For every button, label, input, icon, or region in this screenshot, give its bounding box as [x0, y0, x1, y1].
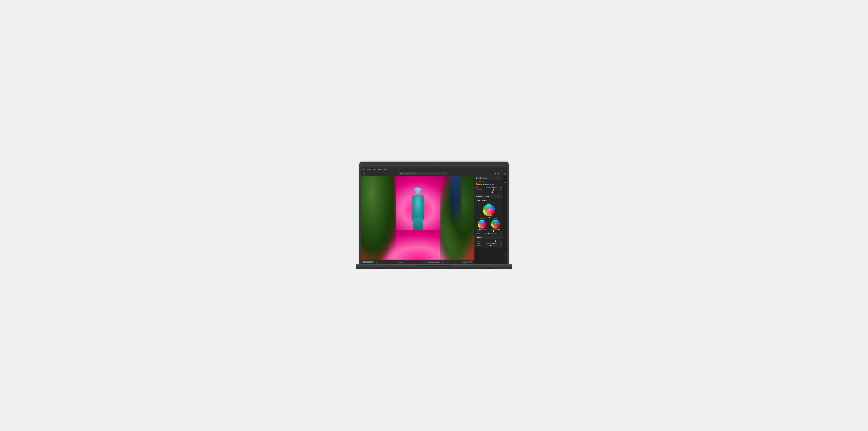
copy-edit-button[interactable]: Copy Edit Settings	[426, 261, 440, 263]
dehaze-slider-thumb[interactable]	[490, 245, 492, 246]
shadows-wheel[interactable]: 👁	[477, 220, 487, 229]
shadows-slider[interactable]	[477, 229, 487, 230]
hue-slider-track[interactable]	[486, 188, 497, 188]
blending-slider-track[interactable]	[484, 231, 497, 231]
star-4: ★	[402, 261, 403, 263]
adjust-label: Adjust	[476, 181, 479, 183]
square-view-button[interactable]	[371, 261, 374, 263]
crop-icon[interactable]: ✏	[504, 185, 506, 188]
menu-file[interactable]: File	[363, 168, 365, 170]
forward-button[interactable]: →	[371, 172, 374, 175]
highlights-slider-thumb[interactable]	[498, 229, 499, 230]
highlights-wheel[interactable]: 👁	[491, 220, 500, 229]
figure-subject	[409, 189, 427, 241]
color-dot-purple[interactable]	[490, 184, 491, 185]
midtones-wheel[interactable]: 👁	[483, 204, 495, 217]
clarity-slider-track[interactable]	[486, 243, 497, 243]
tag-icon[interactable]: ▷	[504, 257, 506, 260]
back-button[interactable]: ←	[367, 172, 370, 175]
texture-slider-track[interactable]	[486, 241, 497, 241]
zoom-dropdown[interactable]: 100% Fit Fill 50% 200%	[462, 261, 471, 263]
dehaze-slider-track[interactable]	[486, 245, 497, 246]
color-mixer-header[interactable]: ⬤ Color Mixer 👁 ⋯	[474, 176, 503, 180]
info-icon[interactable]: ⓘ	[504, 172, 505, 175]
settings-gear-icon[interactable]: ⚙	[441, 261, 443, 263]
fullscreen-icon[interactable]: ⛶	[471, 261, 473, 263]
sort-button[interactable]: ≡ ▼	[375, 261, 380, 263]
list-view-button[interactable]	[365, 261, 368, 263]
blending-row: Blending 74	[476, 230, 502, 232]
cg-link-icon[interactable]: ☍	[476, 199, 478, 201]
flag-icon[interactable]: ⚑	[421, 261, 423, 263]
effects-eye-icon[interactable]: 👁	[500, 236, 502, 238]
color-grading-eye-icon[interactable]: 👁	[498, 195, 499, 197]
luminance-slider-thumb[interactable]	[492, 191, 493, 193]
midtones-slider-thumb[interactable]	[489, 217, 490, 218]
balance-slider-thumb[interactable]	[488, 233, 489, 234]
color-mixer-title: Color Mixer	[478, 177, 497, 179]
saturation-slider-thumb[interactable]	[493, 189, 494, 191]
color-dot-aqua[interactable]	[485, 184, 487, 185]
chat-icon[interactable]: ☐	[504, 253, 506, 256]
label-icon[interactable]: ◈	[424, 261, 425, 263]
more-icon[interactable]: ⋯	[504, 198, 506, 201]
svg-rect-8	[370, 261, 370, 263]
svg-rect-7	[369, 261, 369, 263]
figure-glasses	[415, 191, 420, 192]
share-icon[interactable]: ⇧	[501, 172, 502, 175]
effects-header[interactable]: ▾ Effects 👁	[474, 235, 503, 239]
bottom-info-icon[interactable]: ⓘ	[504, 261, 506, 264]
cg-dot-mixed-ctrl[interactable]	[485, 200, 487, 201]
cg-dot-all[interactable]	[478, 200, 479, 201]
blending-slider-thumb[interactable]	[493, 230, 494, 232]
hue-slider-thumb[interactable]	[493, 187, 494, 188]
foot-right	[486, 268, 493, 269]
svg-text:👁: 👁	[492, 215, 493, 216]
menu-bar: File Edit Photo View Help	[361, 167, 507, 171]
compare-view-button[interactable]	[368, 261, 371, 263]
luminance-slider-track[interactable]	[486, 192, 497, 192]
search-icon: 🔍	[400, 173, 402, 174]
healing-icon[interactable]: ◆	[504, 190, 506, 192]
cg-dot-midtones-ctrl[interactable]	[482, 200, 483, 201]
color-grading-chevron-icon[interactable]: ⋯	[500, 195, 502, 197]
menu-help[interactable]: Help	[383, 168, 387, 170]
adjust-dropdown[interactable]: Color	[480, 181, 484, 183]
saturation-slider-track[interactable]	[486, 190, 497, 190]
svg-rect-2	[363, 262, 364, 263]
menu-photo[interactable]: Photo	[372, 168, 376, 170]
color-grading-header[interactable]: ⬤ Color Grading 👁 ⋯	[474, 195, 503, 198]
menu-edit[interactable]: Edit	[367, 168, 370, 170]
search-input[interactable]	[403, 173, 446, 174]
texture-slider-thumb[interactable]	[495, 240, 496, 242]
color-dot-magenta[interactable]	[492, 184, 494, 185]
color-dot-orange[interactable]	[478, 184, 480, 185]
color-mixer-eye-icon[interactable]: 👁	[498, 177, 499, 179]
panel-toggle-button[interactable]: ◫	[363, 172, 365, 175]
histogram-icon[interactable]: ▪	[504, 177, 506, 180]
color-dot-green[interactable]	[483, 184, 485, 185]
color-dot-yellow[interactable]	[480, 184, 482, 185]
cg-dot-shadows-ctrl[interactable]	[480, 200, 482, 201]
svg-point-18	[480, 222, 484, 226]
balance-slider-track[interactable]	[484, 233, 497, 234]
midtones-slider[interactable]	[483, 217, 495, 218]
shadows-slider-thumb[interactable]	[479, 229, 480, 230]
menu-view[interactable]: View	[378, 168, 381, 170]
midtones-row: Midtones	[476, 202, 502, 218]
bell-icon[interactable]: ✉	[498, 172, 499, 175]
grid-view-button[interactable]	[363, 261, 365, 263]
cg-dot-highlights-ctrl[interactable]	[484, 200, 485, 201]
highlights-slider[interactable]	[491, 229, 500, 230]
screen-inner: File Edit Photo View Help ◫ ← → 🔍 ☀ ✉ ⇧	[361, 167, 507, 264]
filter-icon[interactable]: ☀	[495, 172, 496, 175]
panel-icons-sidebar: ▪ ▤ ✏ ◆ ■ ⋯ ☐ ▷ ⓘ	[503, 176, 507, 264]
star-rating[interactable]: ★ ★ ★ ★ ★	[396, 261, 405, 263]
color-dot-blue[interactable]	[487, 184, 489, 185]
cg-controls-row: ☍	[476, 199, 502, 201]
color-mixer-chevron-icon[interactable]: ⋯	[500, 177, 502, 179]
masking-icon[interactable]: ■	[504, 194, 506, 196]
color-dot-red[interactable]	[476, 184, 478, 185]
adjustments-icon[interactable]: ▤	[504, 181, 506, 184]
clarity-slider-thumb[interactable]	[493, 243, 494, 244]
